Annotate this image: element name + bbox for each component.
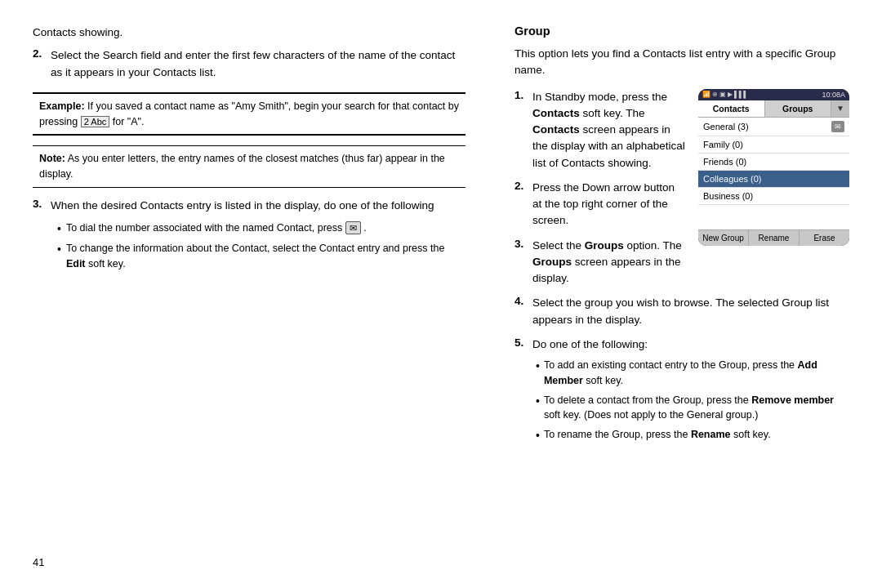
phone-soft-keys: New Group Rename Erase [698,229,849,246]
item-2-text: Select the Search field and enter the fi… [51,47,466,81]
right-item-3: 3. Select the Groups option. The Groups … [514,238,687,287]
final-bullet-2: To delete a contact from the Group, pres… [536,393,849,424]
list-item-friends[interactable]: Friends (0) [698,154,849,171]
bullet-2: To change the information about the Cont… [57,241,466,272]
list-item-general[interactable]: General (3) ✉ [698,118,849,136]
right-item-3-text: Select the Groups option. The Groups scr… [532,238,687,287]
right-item-2: 2. Press the Down arrow button at the to… [514,180,687,229]
right-item-1: 1. In Standby mode, press the Contacts s… [514,89,687,172]
final-bullet-1: To add an existing contact entry to the … [536,358,849,389]
colleagues-label: Colleagues (0) [703,174,762,184]
right-item-4-num: 4. [514,295,528,328]
battery-icon: ▌▌▌ [734,91,748,98]
signal-icon: 📶 [702,91,710,98]
right-item-5-text: Do one of the following: [532,338,648,350]
general-label: General (3) [703,122,749,131]
groups-tab[interactable]: Groups [765,100,832,117]
right-item-3-num: 3. [514,238,528,287]
phone-time: 10:08A [822,91,845,99]
right-item-4: 4. Select the group you wish to browse. … [514,295,849,328]
right-item-4-text: Select the group you wish to browse. The… [532,295,849,328]
contacts-showing-text: Contacts showing. [33,24,466,41]
phone-list: General (3) ✉ Family (0) Friends (0) Col… [698,118,849,229]
example-box: Example: If you saved a contact name as … [33,92,466,136]
final-bullet-2-text: To delete a contact from the Group, pres… [544,393,849,424]
bullet-1-text: To dial the number associated with the n… [66,220,367,236]
final-bullets: To add an existing contact entry to the … [532,358,849,444]
item-2-num: 2. [33,47,46,81]
example-text2: for "A". [113,116,145,127]
business-label: Business (0) [703,191,753,201]
item-3: 3. When the desired Contacts entry is li… [33,198,466,275]
note-text: As you enter letters, the entry names of… [39,153,445,180]
rename-key[interactable]: Rename [749,230,800,246]
example-label: Example: [39,100,85,112]
final-bullet-3-text: To rename the Group, press the Rename so… [544,427,771,443]
item-3-num: 3. [33,198,46,275]
note-box: Note: As you enter letters, the entry na… [33,145,466,188]
plus-icon: ⊕ [712,91,718,98]
status-icons: 📶 ⊕ ▣ ▶ ▌▌▌ [702,91,748,98]
list-item-colleagues[interactable]: Colleagues (0) [698,171,849,188]
right-column: Group This option lets you find a Contac… [506,24,849,564]
camera-icon: ▣ [719,91,726,98]
left-column: Contacts showing. 2. Select the Search f… [33,24,482,564]
final-bullet-3: To rename the Group, press the Rename so… [536,427,849,444]
erase-key[interactable]: Erase [800,230,849,246]
contacts-tab[interactable]: Contacts [698,100,765,117]
final-bullet-1-text: To add an existing contact entry to the … [544,358,849,389]
email-icon: ✉ [831,121,844,132]
item-3-text: When the desired Contacts entry is liste… [51,199,434,212]
phone-mockup: 📶 ⊕ ▣ ▶ ▌▌▌ 10:08A Contacts Groups ▼ [698,89,849,246]
right-item-1-text: In Standby mode, press the Contacts soft… [532,89,687,172]
group-heading: Group [514,24,849,38]
list-item-family[interactable]: Family (0) [698,136,849,154]
right-item-2-num: 2. [514,180,528,229]
item-2: 2. Select the Search field and enter the… [33,47,466,81]
right-text-items: 4. Select the group you wish to browse. … [514,295,849,457]
group-intro: This option lets you find a Contacts lis… [514,46,849,79]
phone-tab-bar: Contacts Groups ▼ [698,100,849,118]
empty-space [698,205,849,229]
page-container: Contacts showing. 2. Select the Search f… [0,0,882,588]
family-label: Family (0) [703,140,743,149]
bullet-1: To dial the number associated with the n… [57,220,466,238]
right-item-5: 5. Do one of the following: To add an ex… [514,336,849,448]
right-item-1-num: 1. [514,89,528,172]
play-icon: ▶ [728,91,733,98]
bullet-2-text: To change the information about the Cont… [66,241,466,272]
page-number: 41 [33,556,44,568]
note-label: Note: [39,153,65,164]
friends-label: Friends (0) [703,157,746,167]
list-item-business[interactable]: Business (0) [698,188,849,205]
item-3-bullets: To dial the number associated with the n… [51,220,466,272]
right-item-5-num: 5. [514,336,528,448]
new-group-key[interactable]: New Group [698,230,749,246]
right-item-2-text: Press the Down arrow button at the top r… [532,180,687,229]
phone-status-bar: 📶 ⊕ ▣ ▶ ▌▌▌ 10:08A [698,89,849,100]
key-button: 2 Abc [81,116,110,127]
right-bottom-section: 4. Select the group you wish to browse. … [514,295,849,457]
tab-arrow[interactable]: ▼ [831,100,849,117]
